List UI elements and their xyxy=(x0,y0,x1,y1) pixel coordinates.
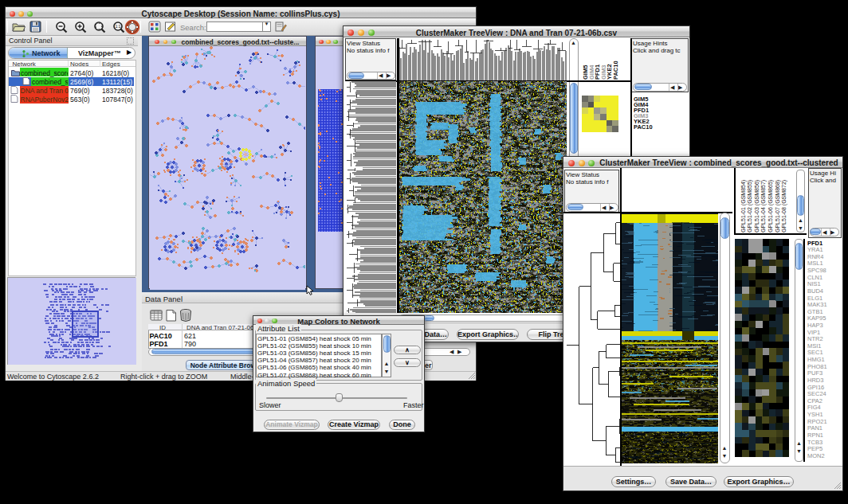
svg-text:PAC10: PAC10 xyxy=(612,61,619,80)
svg-text:1:1: 1:1 xyxy=(116,24,121,29)
svg-text:GPL51-08 (GSM872): GPL51-08 (GSM872) xyxy=(781,180,787,232)
svg-text:GPL51-07 (GSM868): GPL51-07 (GSM868) xyxy=(775,180,781,232)
svg-text:GPL51-06 (GSM865): GPL51-06 (GSM865) xyxy=(768,180,774,232)
svg-text:GPL51-04 (GSM857): GPL51-04 (GSM857) xyxy=(760,180,767,232)
svg-text:GPL51-01 (GSM854): GPL51-01 (GSM854) xyxy=(740,180,747,232)
svg-text:GPL51-02 (GSM855): GPL51-02 (GSM855) xyxy=(747,180,753,232)
svg-text:GPL51-03 (GSM856): GPL51-03 (GSM856) xyxy=(754,180,760,232)
